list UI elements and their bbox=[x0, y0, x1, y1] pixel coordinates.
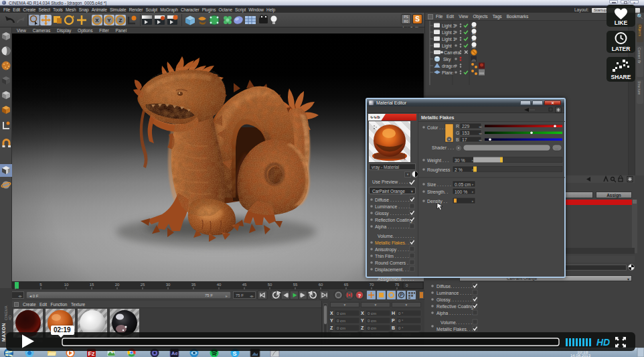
svg-text:Strength. .: Strength. . bbox=[427, 190, 448, 195]
svg-text:Diffuse. . . . . . . . . .: Diffuse. . . . . . . . . . bbox=[436, 284, 475, 289]
svg-text:Glossy. . . . . . . . . .: Glossy. . . . . . . . . . bbox=[436, 297, 474, 303]
svg-text:17: 17 bbox=[462, 137, 467, 142]
svg-text:55: 55 bbox=[293, 283, 298, 287]
svg-text:HD: HD bbox=[596, 337, 610, 348]
svg-text:Shader . . .: Shader . . . bbox=[432, 145, 454, 150]
svg-text:Color . . .: Color . . . bbox=[427, 125, 446, 130]
svg-text:0 cm: 0 cm bbox=[368, 311, 376, 315]
svg-text:An: An bbox=[472, 46, 476, 49]
svg-text:Assignment . . . . .: Assignment . . . . . bbox=[378, 277, 414, 282]
svg-text:Plane: Plane bbox=[442, 70, 454, 75]
svg-text:LATER: LATER bbox=[612, 46, 631, 52]
svg-text:50: 50 bbox=[268, 283, 272, 287]
svg-text:Diffuse . . . . . . . . .: Diffuse . . . . . . . . . bbox=[375, 198, 412, 202]
svg-text:60: 60 bbox=[319, 283, 323, 287]
svg-text:Z: Z bbox=[361, 326, 364, 330]
svg-text:◂▸: ◂▸ bbox=[479, 125, 483, 129]
svg-text:Size . . . . . .: Size . . . . . . bbox=[427, 182, 451, 187]
svg-text:X: X bbox=[95, 17, 99, 23]
svg-text:P: P bbox=[392, 318, 395, 323]
svg-text:45: 45 bbox=[242, 283, 247, 287]
svg-text:X: X bbox=[361, 311, 364, 315]
svg-text:Displacement. . . .: Displacement. . . . bbox=[375, 267, 412, 273]
svg-text:0 cm: 0 cm bbox=[337, 326, 345, 330]
svg-text:G: G bbox=[456, 131, 459, 135]
svg-text:LIKE: LIKE bbox=[615, 19, 628, 26]
svg-text:0 °: 0 ° bbox=[398, 311, 404, 315]
svg-text:0 cm: 0 cm bbox=[337, 319, 345, 323]
svg-text:∿: ∿ bbox=[402, 157, 406, 161]
svg-text:?: ? bbox=[358, 293, 361, 299]
svg-text:25: 25 bbox=[141, 283, 145, 287]
svg-text:Alpha . . . . . . . . . .: Alpha . . . . . . . . . . bbox=[375, 224, 412, 230]
svg-text:Thin Film . . . . . . .: Thin Film . . . . . . . bbox=[375, 254, 411, 259]
svg-text:Y: Y bbox=[361, 318, 364, 323]
svg-text:40: 40 bbox=[217, 283, 222, 287]
svg-text:100 %: 100 % bbox=[455, 190, 467, 194]
svg-text:0 cm: 0 cm bbox=[337, 311, 345, 315]
svg-text:65: 65 bbox=[344, 283, 349, 287]
svg-text:B: B bbox=[392, 326, 395, 330]
svg-text:Round Corners . .: Round Corners . . bbox=[375, 261, 411, 265]
svg-text:20: 20 bbox=[115, 283, 120, 287]
svg-text:229: 229 bbox=[462, 124, 470, 129]
svg-text:153: 153 bbox=[462, 131, 470, 135]
svg-text:Anisotropy . . . . . .: Anisotropy . . . . . . bbox=[375, 247, 412, 253]
svg-text:dragon: dragon bbox=[442, 64, 456, 69]
svg-text:X: X bbox=[330, 311, 333, 315]
svg-text:Light.3: Light.3 bbox=[442, 23, 456, 29]
svg-text:Roughness: Roughness bbox=[427, 167, 451, 173]
svg-text:Metallic Flakes. . .: Metallic Flakes. . . bbox=[436, 327, 473, 332]
svg-text:Alpha . . . . . . . . . .: Alpha . . . . . . . . . . bbox=[436, 311, 473, 316]
svg-text:Z: Z bbox=[330, 326, 333, 330]
svg-text:Y: Y bbox=[107, 17, 111, 23]
svg-text:Z: Z bbox=[119, 17, 123, 23]
svg-text:30 %: 30 % bbox=[455, 158, 465, 163]
svg-text:R: R bbox=[456, 124, 459, 129]
svg-text:P: P bbox=[400, 293, 403, 297]
svg-text:15: 15 bbox=[90, 283, 94, 287]
svg-text:14.08.2013: 14.08.2013 bbox=[570, 354, 591, 357]
svg-text:0 °: 0 ° bbox=[398, 326, 404, 330]
svg-text:35: 35 bbox=[191, 283, 196, 287]
svg-text:Ae: Ae bbox=[171, 350, 178, 356]
svg-text:◂▸: ◂▸ bbox=[479, 131, 483, 135]
svg-text:0.05 cm: 0.05 cm bbox=[455, 182, 471, 187]
svg-text:Glossy . . . . . . . . .: Glossy . . . . . . . . . bbox=[375, 211, 412, 216]
svg-text:FZ: FZ bbox=[88, 350, 96, 357]
svg-text:B: B bbox=[456, 137, 459, 142]
svg-text:An: An bbox=[472, 39, 476, 42]
svg-text:30: 30 bbox=[166, 283, 171, 287]
svg-text:Volume. . . . . . . . .: Volume. . . . . . . . . bbox=[440, 320, 477, 325]
svg-text:Y: Y bbox=[330, 318, 333, 323]
svg-text:An: An bbox=[472, 25, 476, 29]
svg-text:H: H bbox=[392, 311, 395, 315]
svg-text:Sky: Sky bbox=[443, 57, 451, 62]
svg-text:5: 5 bbox=[39, 283, 42, 287]
svg-text:0 °: 0 ° bbox=[398, 319, 404, 323]
svg-text:0 cm: 0 cm bbox=[368, 319, 376, 323]
svg-text:Metallic Flakes. . .: Metallic Flakes. . . bbox=[375, 240, 412, 245]
svg-text:2 %: 2 % bbox=[455, 167, 463, 172]
svg-text:Luminance . . . . .: Luminance . . . . . bbox=[375, 204, 410, 209]
svg-text:◂▸: ◂▸ bbox=[479, 138, 483, 142]
svg-text:Volume. . . . . . . . .: Volume. . . . . . . . . bbox=[378, 234, 414, 238]
svg-text:Light.1: Light.1 bbox=[442, 37, 456, 42]
svg-text:An: An bbox=[472, 32, 476, 35]
svg-text:Luminance . . . . . .: Luminance . . . . . . bbox=[436, 291, 474, 295]
svg-text:S: S bbox=[233, 350, 237, 357]
svg-text:Light: Light bbox=[442, 44, 452, 49]
svg-text:0 cm: 0 cm bbox=[368, 326, 376, 330]
svg-text:SHARE: SHARE bbox=[611, 74, 631, 80]
svg-text:Reflection Coating: Reflection Coating bbox=[375, 218, 412, 223]
svg-text:10: 10 bbox=[64, 283, 69, 287]
svg-text:Light.2: Light.2 bbox=[442, 30, 456, 35]
svg-text:...: ... bbox=[555, 146, 558, 150]
svg-text:Camera: Camera bbox=[444, 50, 460, 55]
svg-text:Reflective Coating: Reflective Coating bbox=[436, 304, 473, 309]
svg-text:Weight . . .: Weight . . . bbox=[427, 158, 449, 163]
